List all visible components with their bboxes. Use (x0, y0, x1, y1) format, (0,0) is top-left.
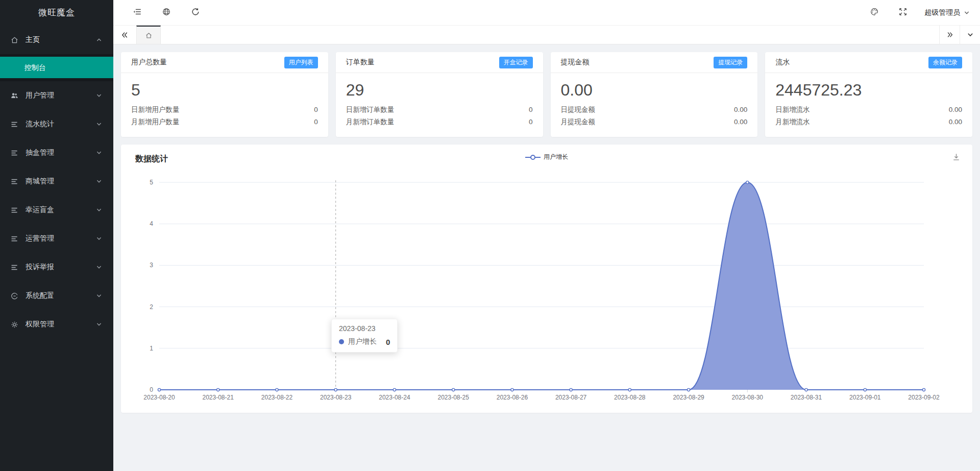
stat-subrow-label: 月新增流水 (775, 116, 810, 128)
chart-point-marker (217, 388, 219, 391)
theme-button[interactable] (860, 7, 889, 18)
sidebar-item-permissions[interactable]: 权限管理 (0, 310, 113, 339)
x-axis-label: 2023-08-27 (555, 394, 587, 401)
chevron-down-icon (967, 31, 974, 38)
stat-card-badge-link[interactable]: 开盒记录 (499, 57, 533, 68)
sidebar-item-label: 权限管理 (26, 320, 96, 329)
chevron-down-icon (96, 92, 102, 99)
tabs-menu-button[interactable] (960, 26, 980, 44)
users-icon (10, 91, 19, 100)
chart-point-marker (628, 388, 631, 391)
x-axis-label: 2023-08-21 (203, 394, 234, 401)
tab-home[interactable] (136, 26, 161, 44)
sidebar-item-users[interactable]: 用户管理 (0, 81, 113, 110)
chevron-down-icon (96, 321, 102, 327)
x-axis-label: 2023-08-28 (614, 394, 646, 401)
stat-subrow-label: 日新增订单数量 (346, 104, 395, 116)
globe-icon (162, 7, 171, 18)
stat-subrow-value: 0.00 (734, 104, 747, 116)
sidebar-item-label: 抽盒管理 (26, 148, 96, 157)
stat-card-badge-link[interactable]: 提现记录 (714, 57, 747, 68)
x-axis-label: 2023-09-02 (908, 394, 940, 401)
sidebar: 微旺魔盒 主页控制台用户管理流水统计抽盒管理商城管理幸运盲盒运营管理投诉举报系统… (0, 0, 113, 471)
refresh-button[interactable] (181, 7, 210, 18)
fullscreen-button[interactable] (889, 7, 917, 18)
sidebar-item-label: 商城管理 (26, 177, 96, 186)
x-axis-label: 2023-09-01 (849, 394, 881, 401)
chevron-down-icon (96, 207, 102, 213)
stat-card-header: 提现金额提现记录 (551, 52, 758, 73)
menu-fold-icon (133, 7, 142, 18)
sidebar-item-label: 主页 (26, 35, 96, 44)
double-right-icon (946, 31, 953, 38)
stat-subrow-label: 月提现金额 (561, 116, 596, 128)
chart-point-marker (452, 388, 455, 391)
y-axis-label: 0 (150, 386, 153, 393)
stat-subrow-label: 日新增用户数量 (131, 104, 180, 116)
stat-card: 提现金额提现记录0.00日提现金额0.00月提现金额0.00 (551, 52, 758, 137)
sidebar-item-box-manage[interactable]: 抽盒管理 (0, 138, 113, 167)
chart-point-marker (393, 388, 396, 391)
tooltip-series-name: 用户增长 (348, 337, 377, 346)
download-chart-button[interactable] (951, 152, 961, 162)
menu-fold-button[interactable] (122, 7, 152, 18)
language-button[interactable] (152, 7, 181, 18)
double-left-icon (121, 31, 129, 39)
sidebar-item-home[interactable]: 主页 (0, 26, 113, 54)
tabs-scroll-right-button[interactable] (939, 26, 960, 44)
x-axis-label: 2023-08-22 (261, 394, 293, 401)
stat-card-badge-link[interactable]: 余额记录 (928, 57, 962, 68)
stat-card-subrow: 日新增订单数量0 (336, 104, 543, 116)
chevron-down-icon (964, 10, 970, 16)
refresh-icon (191, 7, 200, 18)
chevron-down-icon (96, 264, 102, 270)
chart-point-marker (746, 181, 749, 183)
stat-card-subrow: 月提现金额0.00 (551, 116, 758, 128)
sidebar-item-label: 系统配置 (26, 291, 96, 300)
x-axis-label: 2023-08-31 (791, 394, 822, 401)
sidebar-item-mall-manage[interactable]: 商城管理 (0, 167, 113, 196)
y-axis-label: 5 (150, 179, 153, 186)
chevron-down-icon (96, 236, 102, 242)
sidebar-item-lucky-box[interactable]: 幸运盲盒 (0, 196, 113, 224)
stat-subrow-label: 月新增订单数量 (346, 116, 395, 128)
chart-point-marker (864, 388, 866, 391)
tabs-scroll-left-button[interactable] (113, 26, 136, 44)
palette-icon (870, 7, 879, 18)
chart-point-marker (276, 388, 278, 391)
chevron-down-icon (96, 150, 102, 156)
stat-subrow-value: 0.00 (734, 116, 747, 128)
sidebar-item-label: 用户管理 (26, 91, 96, 100)
sidebar-item-flow-stats[interactable]: 流水统计 (0, 110, 113, 138)
tooltip-date: 2023-08-23 (339, 324, 390, 333)
growth-chart[interactable]: 0123452023-08-202023-08-212023-08-222023… (121, 145, 972, 413)
user-dropdown[interactable]: 超级管理员 (924, 8, 970, 17)
sidebar-subitem-console[interactable]: 控制台 (0, 57, 113, 78)
chevron-down-icon (96, 293, 102, 299)
x-axis-label: 2023-08-29 (673, 394, 704, 401)
tabbar-spacer (161, 26, 939, 44)
tabbar (113, 26, 980, 44)
stat-card-header: 用户总数量用户列表 (121, 52, 328, 73)
stat-card-header: 流水余额记录 (765, 52, 972, 73)
stat-card-badge-link[interactable]: 用户列表 (284, 57, 318, 68)
sidebar-item-operations[interactable]: 运营管理 (0, 224, 113, 253)
sidebar-item-complaints[interactable]: 投诉举报 (0, 253, 113, 281)
chart-title: 数据统计 (135, 154, 168, 164)
stat-card: 用户总数量用户列表5日新增用户数量0月新增用户数量0 (121, 52, 328, 137)
legend-label: 用户增长 (544, 153, 568, 161)
stat-subrow-value: 0.00 (949, 116, 962, 128)
stat-subrow-value: 0 (529, 104, 533, 116)
list-icon (10, 206, 19, 215)
stat-card-subrow: 日新增用户数量0 (121, 104, 328, 116)
sidebar-item-system-config[interactable]: 系统配置 (0, 281, 113, 310)
stat-card-subrow: 月新增用户数量0 (121, 116, 328, 128)
stat-card-subrow: 日提现金额0.00 (551, 104, 758, 116)
stat-card: 流水余额记录2445725.23日新增流水0.00月新增流水0.00 (765, 52, 972, 137)
stat-subrow-label: 月新增用户数量 (131, 116, 180, 128)
y-axis-label: 2 (150, 303, 153, 311)
chart-legend[interactable]: 用户增长 (525, 153, 568, 161)
sidebar-item-label: 运营管理 (26, 234, 96, 243)
list-icon (10, 120, 19, 129)
stat-card-value: 2445725.23 (765, 73, 972, 104)
